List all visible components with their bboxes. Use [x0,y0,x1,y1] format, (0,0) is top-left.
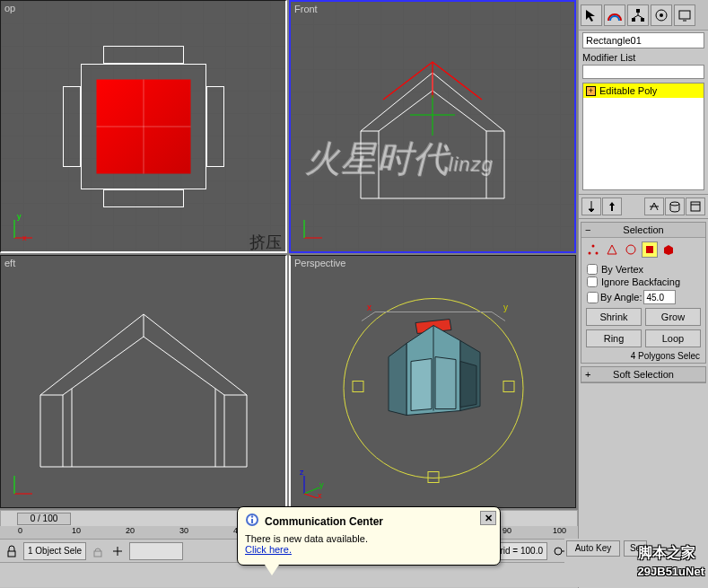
balloon-link[interactable]: Click here. [245,544,292,555]
svg-rect-53 [94,551,101,557]
edge-subobj-icon[interactable] [604,241,620,258]
element-subobj-icon[interactable] [660,241,677,258]
by-angle-label: By Angle: [600,292,642,303]
info-icon [245,513,259,530]
svg-point-50 [626,245,635,254]
svg-rect-52 [8,551,15,557]
command-panel: Rectangle01 Modifier List + Editable Pol… [578,0,708,588]
svg-rect-42 [679,11,690,19]
animation-controls: Auto Key Se [564,539,708,586]
svg-point-41 [660,13,663,17]
configure-icon[interactable] [686,197,705,215]
stack-item-editable-poly[interactable]: + Editable Poly [583,83,704,98]
motion-icon[interactable] [651,4,672,26]
svg-rect-18 [353,382,363,392]
flap [206,86,224,167]
setkey-button[interactable]: Se [624,540,647,557]
viewport-label: op [4,3,15,13]
soft-selection-rollout[interactable]: +Soft Selection [581,366,706,383]
object-name-field[interactable]: Rectangle01 [582,32,704,48]
svg-point-47 [589,252,591,255]
axis-gizmo [300,215,327,242]
viewport-front[interactable]: Front [289,0,576,253]
close-icon[interactable]: ✕ [480,511,496,525]
flap [103,189,184,207]
viewport-label: Perspective [294,258,345,268]
by-angle-checkbox[interactable] [587,292,599,303]
rollout-title: Soft Selection [613,369,674,380]
svg-marker-31 [435,357,456,409]
svg-marker-30 [411,359,432,411]
svg-rect-20 [428,472,439,483]
balloon-body-text: There is new data available. [245,533,493,544]
grow-button[interactable]: Grow [645,308,701,326]
svg-rect-63 [251,519,253,523]
modifier-stack[interactable]: + Editable Poly [582,83,704,190]
rollout-title: Selection [623,224,663,235]
shrink-button[interactable]: Shrink [586,308,642,326]
perspective-scene: x y [326,276,541,487]
vertex-subobj-icon[interactable] [585,241,601,258]
ignore-backfacing-checkbox[interactable] [587,276,598,287]
lock-icon[interactable] [90,543,106,559]
border-subobj-icon[interactable] [623,241,639,258]
svg-point-56 [555,548,562,555]
pin-stack-icon[interactable] [581,197,601,215]
svg-text:x: x [367,303,371,312]
balloon-title: Communication Center [265,515,383,528]
selection-count: 1 Object Sele [23,542,86,560]
viewport-label: Front [294,4,318,14]
crosshair-icon[interactable] [109,543,126,559]
make-unique-icon[interactable] [644,197,664,215]
svg-line-36 [304,494,318,498]
show-end-result-icon[interactable] [602,197,622,215]
ring-button[interactable]: Ring [586,329,642,347]
axis-gizmo [10,471,37,498]
select-tool-icon[interactable] [581,4,602,26]
svg-point-48 [596,252,599,255]
axis-gizmo: xy [10,215,37,242]
remove-modifier-icon[interactable] [665,197,685,215]
angle-spinner[interactable] [643,290,676,304]
by-vertex-label: By Vertex [601,264,643,275]
viewport-left[interactable]: eft [0,255,287,508]
svg-point-62 [251,515,253,517]
svg-rect-39 [641,18,644,22]
display-icon[interactable] [674,4,695,26]
communication-center-balloon: ✕ Communication Center There is new data… [237,506,501,566]
flap [63,86,81,167]
selected-polys [96,79,190,173]
ignore-backfacing-label: Ignore Backfacing [601,276,680,287]
viewport-label: eft [4,258,15,268]
expand-icon[interactable]: + [586,86,596,96]
wireframe-house [22,287,265,476]
polygon-subobj-icon[interactable] [642,241,658,258]
loop-button[interactable]: Loop [645,329,701,347]
modifier-list-dropdown[interactable] [582,65,704,79]
svg-rect-19 [503,382,514,392]
viewport-perspective[interactable]: Perspective x y [289,255,576,508]
svg-point-49 [592,245,595,248]
viewport-top[interactable]: op xy [0,0,287,253]
svg-rect-38 [632,18,635,22]
wireframe-house [334,46,531,207]
svg-marker-32 [460,362,476,408]
selection-rollout: −Selection By Vertex Ignore Backfacing B… [581,222,706,364]
hierarchy-icon[interactable] [627,4,649,26]
lock-icon[interactable] [4,543,20,559]
rainbow-icon[interactable] [604,4,625,26]
modifier-list-label: Modifier List [582,52,704,63]
autokey-button[interactable]: Auto Key [566,540,620,557]
svg-rect-45 [691,202,700,211]
by-vertex-checkbox[interactable] [587,264,598,275]
svg-rect-37 [636,9,640,13]
extrude-label: 挤压 [249,232,282,253]
selection-status: 4 Polygons Selec [581,349,705,363]
flap [103,46,184,64]
coord-x[interactable] [129,542,183,560]
time-scrub[interactable]: 0 / 100 [17,513,71,525]
axis-gizmo: z y x [300,471,327,498]
stack-item-label: Editable Poly [599,85,657,96]
svg-marker-29 [389,344,406,416]
svg-line-22 [362,312,375,321]
